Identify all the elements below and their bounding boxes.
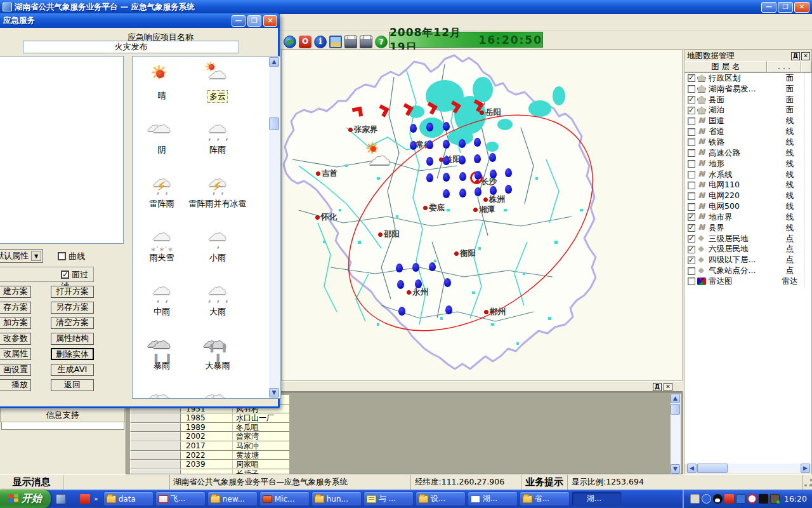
table-row[interactable]: 1985 水口山一厂 — [130, 413, 291, 423]
layer-row[interactable]: 电网220 线 — [684, 190, 811, 201]
scroll-up-icon[interactable]: ▲ — [269, 57, 279, 67]
scheme-button[interactable]: 打开方案 — [51, 286, 94, 298]
layer-visibility-checkbox[interactable] — [688, 277, 695, 285]
layer-visibility-checkbox[interactable] — [688, 267, 695, 275]
toolbar-icon[interactable] — [344, 36, 357, 48]
project-name-input[interactable]: 火灾发布 — [23, 41, 239, 53]
table-row[interactable]: 2039 周家咀 — [130, 460, 291, 469]
close-button[interactable]: ✕ — [794, 2, 809, 13]
tree-item[interactable]: 栅格符号 — [0, 72, 123, 83]
layer-visibility-checkbox[interactable] — [688, 138, 695, 146]
toolbar-icon[interactable] — [360, 36, 372, 48]
layer-visibility-checkbox[interactable] — [688, 182, 695, 189]
scheme-button[interactable]: 播放 — [0, 379, 31, 391]
tree-item[interactable]: 简单线型 — [0, 113, 123, 123]
tray-icon[interactable] — [759, 494, 768, 504]
toolbar-icon[interactable] — [329, 36, 342, 48]
scheme-button[interactable]: 清空方案 — [51, 317, 94, 329]
toolbar-icon[interactable] — [375, 36, 388, 48]
quick-launch-icon[interactable] — [80, 494, 90, 504]
maximize-icon[interactable]: ❐ — [247, 15, 261, 27]
layer-visibility-checkbox[interactable] — [688, 203, 695, 211]
minimize-button[interactable]: — — [761, 2, 776, 13]
layer-visibility-checkbox[interactable] — [688, 74, 695, 82]
tree-item[interactable]: 一般线型 — [0, 123, 123, 133]
weather-symbol-item[interactable]: ☁⚡’ ’ 雷阵雨 — [134, 170, 190, 224]
layer-row[interactable]: 地市界 线 — [684, 212, 811, 223]
weather-symbol-item[interactable]: ☁☁❚ ❚ 暴雨 — [134, 331, 190, 385]
scheme-button[interactable]: 返回 — [51, 379, 94, 391]
layer-row[interactable]: 四级以下居... 点 — [684, 255, 811, 265]
weather-symbol-item[interactable]: ☁’ ’ ’ 大雨 — [190, 277, 246, 331]
dialog-title-bar[interactable]: 应急服务 — ❐ ✕ — [0, 13, 280, 28]
taskbar-window-button[interactable]: 与 ... — [363, 491, 414, 506]
weather-symbol-item[interactable]: ☁’ 小雨 — [190, 224, 246, 277]
layer-visibility-checkbox[interactable] — [688, 224, 695, 232]
scroll-left-icon[interactable]: ◀ — [687, 464, 697, 473]
taskbar-window-button[interactable]: data — [103, 491, 154, 506]
scroll-thumb[interactable] — [697, 464, 728, 473]
layer-row[interactable]: 县界 线 — [684, 223, 811, 234]
tree-item[interactable]: 气象图案 — [0, 154, 123, 164]
layer-visibility-checkbox[interactable] — [688, 107, 695, 114]
scheme-button[interactable]: 属性结构 — [51, 333, 94, 345]
layer-visibility-checkbox[interactable] — [688, 128, 695, 136]
layer-visibility-checkbox[interactable] — [688, 246, 695, 253]
weather-symbol-list[interactable]: ☀ 晴 ☀☁ 多云 ☁☁ 阴 ☁’ ’ ’ 阵 — [132, 56, 281, 399]
weather-symbol-item[interactable]: ☀ 晴 — [134, 62, 190, 116]
layer-row[interactable]: 气象站点分... 点 — [684, 265, 811, 276]
toolbar-icon[interactable] — [299, 36, 311, 48]
tree-item[interactable]: 线型 — [0, 103, 123, 113]
layer-visibility-checkbox[interactable] — [688, 235, 695, 243]
map-canvas[interactable]: 张家界 岳阳 常德 吉首 — [281, 50, 683, 381]
layer-row[interactable]: 县面 面 — [684, 95, 811, 105]
tree-item[interactable]: 符号 — [0, 62, 123, 72]
taskbar-window-button[interactable]: 湖... — [468, 491, 518, 506]
weather-symbol-item[interactable]: ☀☁ 多云 — [190, 62, 246, 116]
table-row[interactable]: 2022 黄坡塘 — [130, 451, 291, 460]
checkbox-icon[interactable] — [58, 252, 66, 260]
close-icon[interactable]: ✕ — [664, 383, 672, 391]
layer-visibility-checkbox[interactable] — [688, 213, 695, 221]
scheme-button[interactable]: 生成AVI — [51, 364, 94, 376]
layer-visibility-checkbox[interactable] — [688, 117, 695, 125]
curve-checkbox[interactable]: 曲线 — [58, 251, 85, 262]
scroll-thumb[interactable] — [269, 117, 279, 130]
quick-launch-icon[interactable] — [56, 494, 66, 504]
pin-icon[interactable]: Д — [653, 383, 662, 391]
scroll-down-icon[interactable]: ▼ — [671, 464, 680, 474]
tree-item[interactable]: 气象线型 — [0, 133, 123, 144]
tree-item[interactable]: 其他 — [0, 164, 123, 174]
table-row[interactable]: 长塘子 — [130, 469, 291, 474]
layers-panel-scrollbar[interactable]: ◀ ▶ — [687, 464, 810, 473]
weather-symbol-item[interactable]: ☁∗’∗’∗ 雨夹雪 — [134, 224, 190, 277]
layer-row[interactable]: 电网110 线 — [684, 180, 811, 190]
sidebar-button[interactable]: 信息支持 — [0, 408, 125, 422]
layer-row[interactable]: 湖南省易发... 面 — [684, 84, 811, 95]
layer-visibility-checkbox[interactable] — [688, 96, 695, 104]
start-button[interactable]: 开始 — [0, 490, 51, 508]
taskbar-window-button[interactable]: 省... — [520, 491, 570, 506]
layer-row[interactable]: 高速公路 线 — [684, 148, 811, 159]
tree-item[interactable]: 一般符号 — [0, 83, 123, 93]
layer-row[interactable]: 六级居民地 点 — [684, 244, 811, 255]
layer-row[interactable]: 行政区划 面 — [684, 73, 811, 84]
bottom-panel-scrollbar[interactable]: ▲ ▼ — [671, 394, 681, 474]
scheme-button[interactable]: 删除实体 — [51, 348, 94, 360]
table-row[interactable]: 2002 曾家湾 — [130, 432, 291, 441]
weather-symbol-item[interactable]: ☁’ ’ 中雨 — [134, 277, 190, 331]
scroll-down-icon[interactable]: ▼ — [269, 388, 279, 398]
tree-item[interactable]: 箭标 — [0, 174, 123, 184]
scroll-up-icon[interactable]: ▲ — [671, 394, 680, 403]
tree-item[interactable]: 气象符号 — [0, 93, 123, 103]
taskbar-window-button[interactable]: hun... — [311, 491, 362, 506]
tray-icon[interactable] — [702, 494, 711, 504]
scheme-button[interactable]: 存方案 — [0, 302, 31, 314]
quick-launch-icon[interactable] — [68, 494, 78, 504]
taskbar-window-button[interactable]: 飞... — [155, 491, 206, 506]
tray-icon[interactable] — [736, 494, 745, 504]
close-icon[interactable]: ✕ — [263, 15, 277, 27]
pin-icon[interactable]: Д — [791, 52, 800, 60]
layer-row[interactable]: 湖泊 面 — [684, 105, 811, 116]
column-header-layer-name[interactable]: 图 层 名 — [684, 61, 767, 72]
